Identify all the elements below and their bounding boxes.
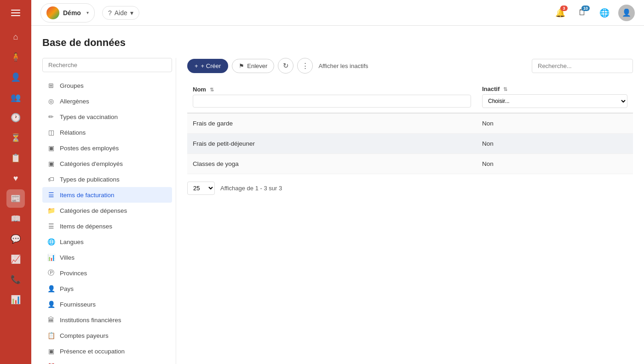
row-inactif: Non bbox=[477, 134, 633, 154]
types-publications-icon: 🏷 bbox=[47, 175, 55, 183]
sidebar-item-langues[interactable]: 🌐 Langues bbox=[42, 234, 172, 250]
nav-home[interactable]: ⌂ bbox=[6, 28, 25, 46]
relations-icon: ◫ bbox=[47, 128, 55, 136]
sidebar-item-label: Fournisseurs bbox=[60, 301, 96, 308]
notifications-badge: 3 bbox=[560, 6, 568, 11]
groupes-icon: ⊞ bbox=[47, 81, 55, 90]
col-inactif-label: Inactif bbox=[482, 85, 500, 92]
table-search-input[interactable] bbox=[532, 59, 633, 73]
nav-book[interactable]: 📖 bbox=[6, 210, 25, 228]
page-size-select[interactable]: 25 10 50 100 bbox=[187, 182, 215, 195]
sidebar-item-categories-employes[interactable]: ▣ Catégories d'employés bbox=[42, 156, 172, 171]
nom-sort-icon[interactable]: ⇅ bbox=[210, 87, 214, 92]
sidebar-item-label: Postes des employés bbox=[60, 145, 119, 152]
nav-chat[interactable]: 💬 bbox=[6, 230, 25, 248]
header-actions: 🔔 3 🗒 10 🌐 👤 bbox=[552, 5, 635, 21]
sidebar-item-items-facturation[interactable]: ☰ Items de facturation bbox=[42, 187, 172, 203]
enlever-button[interactable]: ⚑ Enlever bbox=[232, 59, 274, 73]
sidebar-item-postes[interactable]: ▣ Postes des employés bbox=[42, 140, 172, 156]
page-body: ⊞ Groupes ◎ Allergènes ✏ Types de vaccin… bbox=[42, 58, 633, 364]
sidebar-item-presence[interactable]: ▣ Présence et occupation bbox=[42, 343, 172, 359]
main-area: Démo ▾ ? Aide ▾ 🔔 3 🗒 10 🌐 👤 Base de don… bbox=[31, 0, 644, 364]
create-button[interactable]: + + Créer bbox=[187, 59, 228, 73]
sidebar-item-label: Comptes payeurs bbox=[60, 332, 109, 339]
sidebar-item-provinces[interactable]: Ⓟ Provinces bbox=[42, 265, 172, 281]
top-header: Démo ▾ ? Aide ▾ 🔔 3 🗒 10 🌐 👤 bbox=[31, 0, 644, 26]
vaccination-icon: ✏ bbox=[47, 113, 55, 121]
inactif-filter-select[interactable]: Choisir... Oui Non bbox=[482, 94, 627, 108]
sidebar-item-institutions[interactable]: 🏛 Institutions financières bbox=[42, 312, 172, 328]
filter-icon: ⚑ bbox=[239, 63, 244, 69]
sidebar-item-fiches[interactable]: ⏰ Fiches d'assiduité bbox=[42, 359, 172, 364]
brand-chevron-icon: ▾ bbox=[86, 10, 89, 15]
reports-button[interactable]: 🗒 10 bbox=[574, 5, 591, 21]
nav-graph[interactable]: 📈 bbox=[6, 250, 25, 268]
help-chevron-icon: ▾ bbox=[130, 9, 133, 17]
nav-list[interactable]: 📋 bbox=[6, 149, 25, 167]
nav-person-outline[interactable]: 🧍 bbox=[6, 48, 25, 66]
nom-filter-input[interactable] bbox=[193, 95, 471, 108]
toolbar: + + Créer ⚑ Enlever ↻ ⋮ bbox=[187, 58, 633, 74]
sidebar-item-items-depenses[interactable]: ☰ Items de dépenses bbox=[42, 218, 172, 234]
hamburger-menu[interactable] bbox=[6, 4, 25, 22]
institutions-icon: 🏛 bbox=[47, 316, 55, 324]
sidebar-item-pays[interactable]: 👤 Pays bbox=[42, 281, 172, 296]
data-table: Nom ⇅ Inactif ⇅ bbox=[187, 81, 633, 174]
content-area: Base de données ⊞ Groupes ◎ Allergènes ✏ bbox=[31, 26, 644, 364]
sidebar-list: ⊞ Groupes ◎ Allergènes ✏ Types de vaccin… bbox=[42, 58, 176, 364]
more-button[interactable]: ⋮ bbox=[297, 58, 313, 74]
brand-logo[interactable]: Démo ▾ bbox=[40, 3, 95, 23]
help-button[interactable]: ? Aide ▾ bbox=[102, 6, 139, 20]
sidebar-item-villes[interactable]: 📊 Villes bbox=[42, 250, 172, 265]
sidebar-item-vaccination[interactable]: ✏ Types de vaccination bbox=[42, 109, 172, 125]
enlever-label: Enlever bbox=[247, 63, 267, 69]
categories-depenses-icon: 📁 bbox=[47, 206, 55, 215]
sidebar-item-label: Items de dépenses bbox=[60, 223, 112, 230]
row-nom: Classes de yoga bbox=[187, 154, 477, 174]
sidebar-item-groupes[interactable]: ⊞ Groupes bbox=[42, 78, 172, 93]
sidebar-item-allergenes[interactable]: ◎ Allergènes bbox=[42, 93, 172, 109]
pays-icon: 👤 bbox=[47, 284, 55, 293]
sidebar-item-label: Villes bbox=[60, 254, 75, 261]
sidebar-search-input[interactable] bbox=[42, 58, 172, 72]
nav-clock[interactable]: 🕐 bbox=[6, 108, 25, 127]
nav-person[interactable]: 👤 bbox=[6, 68, 25, 86]
sidebar-item-categories-depenses[interactable]: 📁 Catégories de dépenses bbox=[42, 203, 172, 218]
inactif-sort-icon[interactable]: ⇅ bbox=[503, 86, 507, 92]
refresh-button[interactable]: ↻ bbox=[278, 58, 293, 74]
pagination: 25 10 50 100 Affichage de 1 - 3 sur 3 bbox=[187, 174, 633, 202]
sidebar-item-label: Pays bbox=[60, 285, 74, 292]
nav-phone[interactable]: 📞 bbox=[6, 270, 25, 289]
sidebar-item-comptes-payeurs[interactable]: 📋 Comptes payeurs bbox=[42, 328, 172, 343]
sidebar-item-label: Provinces bbox=[60, 270, 87, 277]
brand-name: Démo bbox=[63, 9, 81, 17]
nav-newspaper[interactable]: 📰 bbox=[6, 189, 25, 208]
show-inactive-button[interactable]: Afficher les inactifs bbox=[316, 59, 370, 73]
nav-heart[interactable]: ♥ bbox=[6, 169, 25, 188]
nav-report[interactable]: 📊 bbox=[6, 290, 25, 309]
sidebar-item-label: Groupes bbox=[60, 82, 84, 89]
nav-rail: ⌂ 🧍 👤 👥 🕐 ⏳ 📋 ♥ 📰 📖 💬 📈 📞 📊 bbox=[0, 0, 31, 364]
page-title: Base de données bbox=[42, 37, 633, 49]
sidebar-item-label: Items de facturation bbox=[60, 192, 115, 199]
table-body: Frais de garde Non Frais de petit-déjeun… bbox=[187, 113, 633, 174]
col-nom-label: Nom bbox=[193, 86, 206, 93]
globe-button[interactable]: 🌐 bbox=[596, 5, 613, 21]
notifications-button[interactable]: 🔔 3 bbox=[552, 5, 569, 21]
row-inactif: Non bbox=[477, 154, 633, 174]
table-row[interactable]: Classes de yoga Non bbox=[187, 154, 633, 174]
sidebar-item-relations[interactable]: ◫ Rélations bbox=[42, 125, 172, 140]
langues-icon: 🌐 bbox=[47, 238, 55, 246]
user-avatar[interactable]: 👤 bbox=[618, 5, 635, 21]
sidebar-item-fournisseurs[interactable]: 👤 Fournisseurs bbox=[42, 296, 172, 312]
sidebar-item-types-publications[interactable]: 🏷 Types de publications bbox=[42, 171, 172, 187]
provinces-icon: Ⓟ bbox=[47, 269, 55, 277]
nav-hourglass[interactable]: ⏳ bbox=[6, 129, 25, 147]
sidebar-item-label: Types de publications bbox=[60, 176, 120, 183]
nav-people[interactable]: 👥 bbox=[6, 88, 25, 107]
table-row[interactable]: Frais de petit-déjeuner Non bbox=[187, 134, 633, 154]
col-nom-header: Nom ⇅ bbox=[187, 81, 477, 113]
table-row[interactable]: Frais de garde Non bbox=[187, 113, 633, 134]
fournisseurs-icon: 👤 bbox=[47, 300, 55, 308]
sidebar-item-label: Rélations bbox=[60, 129, 86, 136]
